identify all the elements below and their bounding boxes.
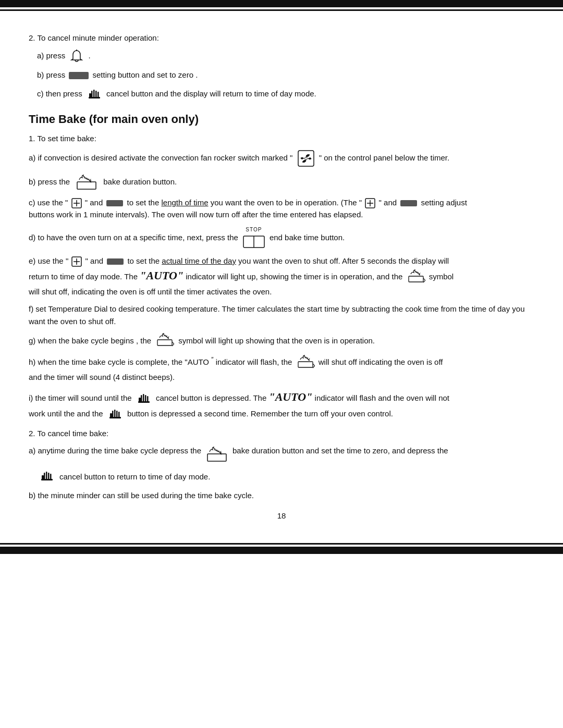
step-a: a) press . bbox=[37, 49, 534, 64]
step-1e: e) use the " " and to set the actual tim… bbox=[29, 255, 534, 298]
svg-rect-21 bbox=[409, 276, 423, 282]
step-2b: b) the minute minder can still be used d… bbox=[29, 489, 534, 501]
step-1g-start: g) when the bake cycle begins , the bbox=[29, 335, 151, 347]
svg-rect-28 bbox=[147, 396, 149, 402]
svg-rect-36 bbox=[207, 454, 226, 461]
plus-minus-icon-1e bbox=[71, 256, 82, 267]
bell-icon bbox=[69, 49, 84, 64]
cancel-hand-icon bbox=[87, 87, 102, 102]
step-2a-cont-text: cancel button to return to time of day m… bbox=[59, 471, 210, 483]
step-1a: a) if convection is desired activate the… bbox=[29, 150, 534, 167]
step-1c-rest3: setting adjust bbox=[421, 198, 467, 207]
svg-rect-2 bbox=[91, 91, 93, 98]
stop-label: STOP bbox=[246, 226, 262, 234]
step-1e-to-set: to set the bbox=[127, 256, 162, 265]
step-c: c) then press cancel button and the disp… bbox=[37, 87, 534, 102]
top-bar-thick bbox=[0, 0, 563, 7]
step-1c-to-set: to set the bbox=[127, 198, 162, 207]
cancel-hand-icon-1i bbox=[136, 391, 152, 406]
step-1b-text: bake duration button. bbox=[103, 176, 177, 188]
auto-indicator-1e: "AUTO" bbox=[140, 269, 183, 282]
step-1g: g) when the bake cycle begins , the symb… bbox=[29, 332, 534, 349]
step-1i-cont1: work until the and the bbox=[29, 409, 103, 418]
flame-symbol-icon-1h bbox=[296, 354, 315, 371]
step-b: b) press setting button and set to zero … bbox=[37, 69, 534, 81]
svg-rect-33 bbox=[116, 411, 118, 418]
step-1i-end: indicator will flash and the oven will n… bbox=[315, 393, 449, 402]
step-1c: c) use the " " and to set the length of … bbox=[29, 196, 534, 221]
plus-minus-icon-1c bbox=[71, 198, 82, 208]
step-1c-rest2: " and bbox=[379, 198, 397, 207]
svg-rect-31 bbox=[112, 411, 114, 418]
step-1d-start: d) to have the oven turn on at a specifi… bbox=[29, 231, 238, 243]
step-2a-start: a) anytime during the time bake cycle de… bbox=[29, 445, 201, 456]
step-2a-mid: bake duration button and set the time to… bbox=[232, 445, 448, 456]
svg-rect-25 bbox=[141, 395, 142, 402]
step-1b: b) press the bake duration button. bbox=[29, 172, 534, 191]
step-b-text: setting button and set to zero . bbox=[93, 70, 198, 79]
step-1h-end3: and the timer will sound (4 distinct bee… bbox=[29, 373, 175, 381]
step-1e-cont3: symbol bbox=[429, 272, 454, 281]
cancel-minute-minder-title: 2. To cancel minute minder operation: bbox=[29, 32, 534, 44]
step-1e-cont: return to time of day mode. The bbox=[29, 272, 138, 281]
svg-rect-34 bbox=[118, 412, 120, 418]
step-1c-rest4: buttons work in 1 minute intervals). The… bbox=[29, 210, 363, 219]
dash-icon-1e bbox=[107, 258, 124, 265]
step-1h-start: h) when the time bake cycle is complete,… bbox=[29, 357, 209, 366]
step-1d-end: end bake time button. bbox=[270, 231, 345, 243]
step-a-period: . bbox=[89, 51, 91, 60]
step-2a-cont: cancel button to return to time of day m… bbox=[37, 468, 534, 484]
step-1h-quote: ″ bbox=[211, 356, 213, 363]
convection-fan-icon bbox=[297, 150, 315, 167]
step-1e-end: you want the oven to shut off. After 5 s… bbox=[238, 256, 449, 265]
step-2a: a) anytime during the time bake cycle de… bbox=[29, 445, 534, 463]
section-title: Time Bake (for main oven only) bbox=[29, 113, 534, 126]
cancel-hand-icon-1i2 bbox=[107, 406, 123, 422]
cancel-hand-icon-2a bbox=[39, 468, 55, 484]
svg-rect-29 bbox=[139, 398, 141, 402]
step-c-text: cancel button and the display will retur… bbox=[106, 89, 316, 97]
plus-minus-icon-1c2 bbox=[365, 198, 375, 208]
step-1e-cont4: will shut off, indicating the oven is of… bbox=[29, 287, 272, 296]
step-1i: i) the timer will sound until the cancel… bbox=[29, 388, 534, 422]
svg-rect-9 bbox=[77, 182, 96, 189]
step-1h-end1: indicator will flash, the bbox=[216, 357, 292, 366]
svg-rect-5 bbox=[97, 92, 99, 98]
step-1d: d) to have the oven turn on at a specifi… bbox=[29, 226, 534, 250]
flame-symbol-icon-1g bbox=[155, 332, 174, 349]
svg-rect-41 bbox=[50, 474, 52, 480]
set-time-bake-title: 1. To set time bake: bbox=[29, 132, 534, 144]
step-1g-end: symbol will light up showing that the ov… bbox=[178, 335, 375, 347]
cancel-time-bake-title: 2. To cancel time bake: bbox=[29, 427, 534, 439]
step-1a-start: a) if convection is desired activate the… bbox=[29, 153, 292, 162]
step-1h-end2: will shut off indicating the oven is off bbox=[319, 357, 443, 366]
svg-rect-40 bbox=[48, 473, 50, 480]
step-b-press-label: b) press bbox=[37, 70, 65, 79]
step-1b-press-label: b) press the bbox=[29, 176, 70, 188]
step-1e-underline: actual time of the day bbox=[162, 256, 236, 265]
svg-rect-38 bbox=[44, 473, 45, 480]
page-number-area: 18 bbox=[29, 511, 534, 520]
page-number: 18 bbox=[277, 511, 286, 520]
dash-button-icon bbox=[69, 72, 89, 79]
svg-rect-3 bbox=[93, 90, 95, 98]
svg-rect-39 bbox=[46, 472, 47, 480]
step-1e-cont2: indicator will light up, showing the tim… bbox=[186, 272, 402, 281]
svg-rect-27 bbox=[145, 395, 146, 402]
step-1c-rest1: you want the oven to be in operation. (T… bbox=[211, 198, 362, 207]
step-1a-end: " on the control panel below the timer. bbox=[319, 153, 449, 162]
step-a-press-label: a) press bbox=[37, 51, 65, 60]
svg-rect-6 bbox=[89, 93, 91, 98]
bottom-bar-thick bbox=[0, 547, 563, 554]
svg-rect-22 bbox=[157, 340, 172, 346]
dash-icon-1c bbox=[106, 200, 123, 206]
bottom-bar-thin bbox=[0, 543, 563, 545]
svg-rect-42 bbox=[42, 475, 44, 480]
svg-rect-23 bbox=[298, 362, 313, 367]
step-1f: f) set Temperature Dial to desired cooki… bbox=[29, 303, 534, 327]
dash-icon-1c2 bbox=[400, 200, 417, 206]
svg-rect-26 bbox=[143, 394, 144, 402]
step-1e-and: " and bbox=[85, 256, 104, 265]
flame-symbol-icon bbox=[407, 269, 425, 286]
svg-point-8 bbox=[304, 157, 307, 159]
